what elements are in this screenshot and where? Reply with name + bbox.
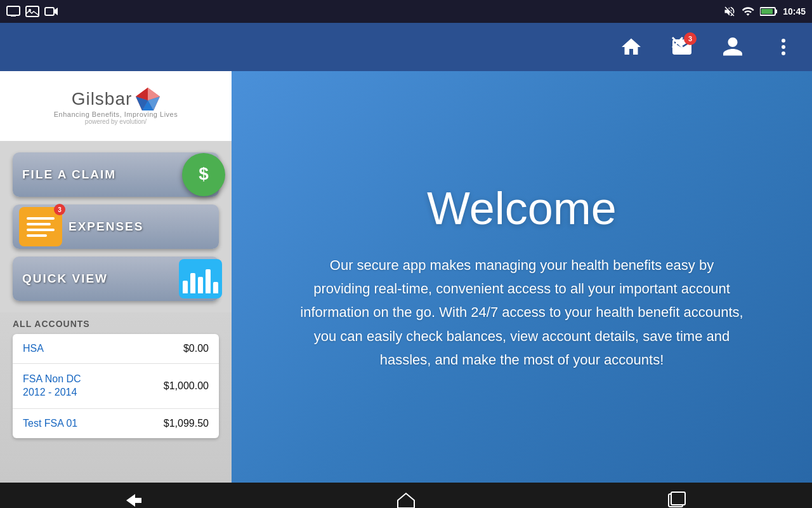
status-bar-left — [6, 6, 58, 17]
chart-bar-2 — [190, 273, 195, 293]
expenses-icon: 3 — [19, 207, 62, 246]
file-claim-button[interactable]: FILE A CLAIM $ — [13, 152, 219, 197]
exp-line-1 — [27, 217, 55, 220]
quick-view-label: QUICK VIEW — [22, 272, 108, 286]
logo-gem-icon — [136, 88, 160, 110]
logo-container: Gilsbar Enhancing Benefits, Improving Li… — [54, 88, 178, 125]
svg-text:$: $ — [199, 164, 209, 184]
chart-icon — [179, 259, 222, 298]
dollar-icon: $ — [182, 153, 225, 196]
messages-badge: 3 — [684, 32, 697, 45]
svg-rect-6 — [761, 9, 773, 14]
account-row-hsa[interactable]: HSA $0.00 — [13, 334, 219, 364]
time-display: 10:45 — [783, 6, 806, 17]
account-balance-fsa: $1,000.00 — [164, 380, 209, 392]
account-name-fsa: FSA Non DC2012 - 2014 — [23, 373, 81, 399]
logo-powered: powered by evolution/ — [85, 118, 147, 125]
accounts-list: HSA $0.00 FSA Non DC2012 - 2014 $1,000.0… — [13, 334, 219, 438]
logo-tagline: Enhancing Benefits, Improving Lives — [54, 110, 178, 118]
image-icon — [25, 6, 39, 17]
recents-icon — [667, 491, 686, 508]
welcome-title: Welcome — [427, 182, 617, 234]
sidebar-buttons: FILE A CLAIM $ 3 — [0, 141, 232, 312]
logo-text: Gilsbar — [72, 89, 133, 109]
status-bar: 10:45 — [0, 0, 812, 23]
battery-icon — [760, 6, 778, 17]
mute-icon — [723, 5, 736, 18]
logo-area: Gilsbar Enhancing Benefits, Improving Li… — [0, 71, 232, 141]
expenses-lines — [22, 212, 60, 242]
bottom-nav — [0, 483, 812, 508]
sidebar: Gilsbar Enhancing Benefits, Improving Li… — [0, 71, 232, 483]
messages-button[interactable]: 3 — [666, 31, 698, 63]
profile-button[interactable] — [717, 31, 749, 63]
android-home-icon — [395, 491, 417, 508]
status-bar-right: 10:45 — [723, 5, 806, 18]
svg-rect-1 — [11, 15, 16, 17]
svg-point-10 — [782, 39, 785, 43]
expenses-badge: 3 — [54, 204, 65, 215]
account-name-hsa: HSA — [23, 343, 44, 354]
wifi-icon — [741, 5, 755, 18]
expenses-label: EXPENSES — [69, 220, 143, 234]
video-icon — [44, 6, 58, 17]
quick-view-button[interactable]: QUICK VIEW — [13, 257, 219, 301]
file-claim-label: FILE A CLAIM — [22, 168, 116, 182]
main-area: Gilsbar Enhancing Benefits, Improving Li… — [0, 71, 812, 483]
more-icon — [780, 36, 787, 58]
account-name-test-fsa: Test FSA 01 — [23, 418, 77, 429]
exp-line-4 — [27, 234, 47, 237]
top-nav: 3 — [0, 23, 812, 71]
account-row-test-fsa[interactable]: Test FSA 01 $1,099.50 — [13, 409, 219, 438]
chart-bar-5 — [213, 282, 218, 293]
exp-line-2 — [27, 223, 51, 225]
account-balance-hsa: $0.00 — [183, 343, 209, 354]
svg-rect-22 — [671, 492, 685, 505]
expenses-button[interactable]: 3 EXPENSES — [13, 204, 219, 249]
screen-icon — [6, 6, 20, 17]
svg-point-12 — [782, 51, 785, 55]
chart-bar-1 — [183, 281, 188, 293]
welcome-body: Our secure app makes managing your healt… — [300, 253, 744, 372]
profile-icon — [721, 36, 744, 58]
exp-line-3 — [27, 229, 55, 231]
chart-bar-4 — [206, 269, 211, 293]
account-balance-test-fsa: $1,099.50 — [164, 418, 209, 429]
all-accounts-section: ALL ACCOUNTS HSA $0.00 FSA Non DC2012 - … — [0, 312, 232, 438]
android-home-button[interactable] — [381, 488, 431, 508]
svg-rect-7 — [775, 10, 777, 13]
svg-point-11 — [782, 45, 785, 49]
more-button[interactable] — [768, 31, 799, 63]
svg-rect-4 — [45, 8, 54, 15]
welcome-panel: Welcome Our secure app makes managing yo… — [232, 71, 812, 483]
account-row-fsa[interactable]: FSA Non DC2012 - 2014 $1,000.00 — [13, 364, 219, 409]
recents-button[interactable] — [652, 488, 702, 508]
all-accounts-label: ALL ACCOUNTS — [13, 319, 219, 329]
home-icon — [620, 36, 643, 58]
chart-bar-3 — [198, 277, 203, 293]
home-button[interactable] — [615, 31, 647, 63]
svg-rect-0 — [7, 6, 20, 15]
back-button[interactable] — [110, 488, 160, 508]
mail-x-icon — [670, 35, 685, 50]
back-icon — [124, 491, 147, 508]
